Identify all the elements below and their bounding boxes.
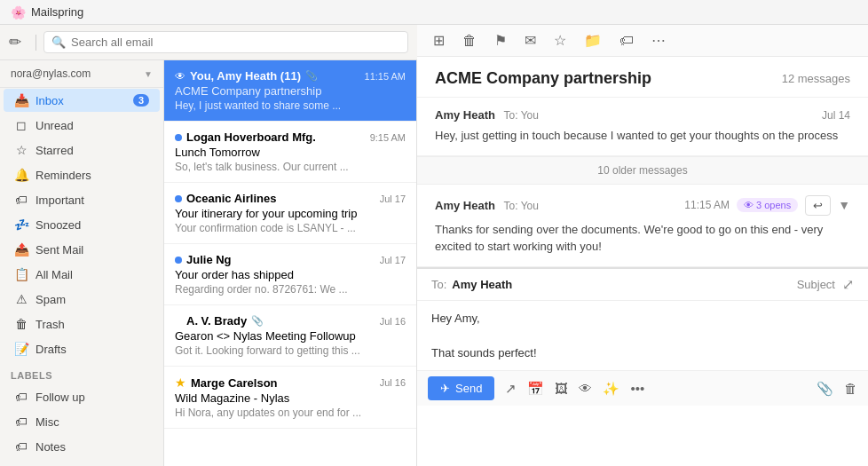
app-icon: 🌸 bbox=[11, 5, 26, 20]
sidebar-item-important[interactable]: 🏷 Important bbox=[4, 188, 160, 211]
compose-body[interactable]: Hey Amy,That sounds perfect! bbox=[417, 301, 868, 371]
email-item-3[interactable]: Oceanic Airlines Jul 17 Your itinerary f… bbox=[164, 183, 416, 244]
send-label: Send bbox=[455, 382, 482, 395]
email-sender-3: Oceanic Airlines bbox=[186, 192, 276, 205]
left-pane: ✏ 🔍 nora@nylas.com ▼ 📥 Inbox 3 bbox=[0, 25, 417, 466]
email-item-1[interactable]: 👁 You, Amy Heath (11) 📎 11:15 AM ACME Co… bbox=[164, 60, 416, 122]
email-subject-3: Your itinerary for your upcoming trip bbox=[175, 207, 406, 220]
compose-header: To: Amy Heath Subject ⤢ bbox=[417, 269, 868, 301]
send-button[interactable]: ✈ Send bbox=[428, 376, 494, 400]
unread-dot-3 bbox=[175, 195, 182, 202]
sidebar-item-sent[interactable]: 📤 Sent Mail bbox=[4, 238, 160, 261]
email-preview-2: So, let's talk business. Our current ... bbox=[175, 161, 406, 173]
all-mail-icon: 📋 bbox=[14, 267, 28, 281]
sidebar-item-outbox[interactable]: 🏷 Outbox bbox=[4, 460, 160, 466]
sidebar-label-inbox: Inbox bbox=[36, 94, 64, 107]
sidebar-label-important: Important bbox=[36, 194, 84, 207]
main-layout: ✏ 🔍 nora@nylas.com ▼ 📥 Inbox 3 bbox=[0, 25, 868, 466]
compose-more-button[interactable]: ••• bbox=[630, 381, 644, 396]
read-eye-icon: 👁 bbox=[175, 70, 185, 83]
sidebar-item-inbox[interactable]: 📥 Inbox 3 bbox=[4, 89, 160, 112]
compose-expand-button[interactable]: ⤢ bbox=[842, 276, 854, 293]
compose-calendar-button[interactable]: 📅 bbox=[527, 381, 544, 397]
sidebar-item-misc[interactable]: 🏷 Misc bbox=[4, 410, 160, 433]
email-date-4: Jul 17 bbox=[380, 255, 406, 265]
sidebar-label-starred: Starred bbox=[36, 144, 74, 157]
email-date-6: Jul 16 bbox=[380, 377, 406, 388]
email-subject-4: Your order has shipped bbox=[175, 268, 406, 281]
attachment-icon-1: 📎 bbox=[305, 70, 318, 82]
email-item-6[interactable]: ★ Marge Carelson Jul 16 Wild Magazine - … bbox=[164, 367, 416, 429]
thread-header: ACME Company partnership 12 messages bbox=[417, 57, 868, 98]
starred-icon: ☆ bbox=[14, 143, 28, 157]
more-button[interactable]: ⋯ bbox=[650, 30, 667, 51]
message-actions-2: 11:15 AM 👁 3 opens ↩ ▼ bbox=[684, 195, 850, 216]
compose-button[interactable]: ✏ bbox=[9, 33, 21, 51]
email-date-2: 9:15 AM bbox=[370, 132, 406, 143]
flag-button[interactable]: ⚑ bbox=[493, 30, 509, 51]
message-date-2: 11:15 AM bbox=[684, 199, 730, 211]
reply-button[interactable]: ↩ bbox=[805, 195, 831, 216]
expand-message-button[interactable]: ▼ bbox=[838, 198, 850, 212]
mark-read-button[interactable]: ✉ bbox=[523, 30, 538, 51]
email-date-3: Jul 17 bbox=[380, 194, 406, 204]
opens-count: 3 opens bbox=[756, 200, 791, 210]
sidebar-item-drafts[interactable]: 📝 Drafts bbox=[4, 337, 160, 360]
delete-button[interactable]: 🗑 bbox=[461, 31, 478, 51]
title-bar: 🌸 Mailspring bbox=[0, 0, 868, 25]
tag-button[interactable]: 🏷 bbox=[618, 31, 635, 51]
message-body-2: Thanks for sending over the documents. W… bbox=[435, 221, 850, 256]
email-detail-pane: ⊞ 🗑 ⚑ ✉ ☆ 📁 🏷 ⋯ ACME Company partnership… bbox=[417, 25, 868, 466]
compose-sparkle-button[interactable]: ✨ bbox=[603, 381, 619, 397]
sidebar: nora@nylas.com ▼ 📥 Inbox 3 ◻ Unread ☆ St… bbox=[0, 60, 164, 466]
email-item-5[interactable]: A. V. Brady 📎 Jul 16 Gearon <> Nylas Mee… bbox=[164, 305, 416, 367]
older-messages-divider[interactable]: 10 older messages bbox=[417, 156, 868, 185]
message-2: Amy Heath To: You 11:15 AM 👁 3 opens ↩ ▼… bbox=[417, 185, 868, 267]
sidebar-label-snoozed: Snoozed bbox=[36, 218, 81, 232]
sidebar-label-followup: Follow up bbox=[36, 391, 85, 404]
inbox-badge: 3 bbox=[133, 94, 149, 107]
email-preview-4: Regarding order no. 8726761: We ... bbox=[175, 283, 406, 296]
folder-button[interactable]: 📁 bbox=[582, 30, 604, 51]
account-header[interactable]: nora@nylas.com ▼ bbox=[0, 60, 163, 88]
sidebar-label-drafts: Drafts bbox=[36, 343, 67, 356]
drafts-icon: 📝 bbox=[14, 342, 28, 356]
search-bar[interactable]: 🔍 bbox=[43, 31, 408, 53]
email-preview-6: Hi Nora, any updates on your end for ... bbox=[175, 407, 406, 419]
compose-to-label: To: bbox=[431, 278, 446, 291]
sidebar-item-unread[interactable]: ◻ Unread bbox=[4, 114, 160, 137]
sidebar-item-all[interactable]: 📋 All Mail bbox=[4, 263, 160, 286]
left-content: nora@nylas.com ▼ 📥 Inbox 3 ◻ Unread ☆ St… bbox=[0, 60, 417, 466]
compose-emoji-button[interactable]: 👁 bbox=[579, 381, 592, 396]
sidebar-item-starred[interactable]: ☆ Starred bbox=[4, 138, 160, 162]
detail-content: ACME Company partnership 12 messages Amy… bbox=[417, 57, 868, 466]
reminders-icon: 🔔 bbox=[14, 168, 28, 182]
email-sender-4: Julie Ng bbox=[186, 253, 232, 266]
search-icon: 🔍 bbox=[51, 36, 66, 49]
message-date-1: Jul 14 bbox=[822, 109, 850, 122]
archive-button[interactable]: ⊞ bbox=[431, 30, 446, 51]
sidebar-item-reminders[interactable]: 🔔 Reminders bbox=[4, 163, 160, 186]
compose-image-button[interactable]: 🖼 bbox=[555, 381, 568, 396]
search-input[interactable] bbox=[71, 36, 400, 49]
compose-send-later-button[interactable]: ↗ bbox=[505, 381, 517, 397]
email-item-2[interactable]: Logan Hoverboard Mfg. 9:15 AM Lunch Tomo… bbox=[164, 122, 416, 183]
sidebar-item-notes[interactable]: 🏷 Notes bbox=[4, 435, 160, 458]
email-subject-2: Lunch Tomorrow bbox=[175, 146, 406, 159]
sidebar-item-snoozed[interactable]: 💤 Snoozed bbox=[4, 213, 160, 236]
thread-title: ACME Company partnership bbox=[435, 69, 651, 88]
inbox-icon: 📥 bbox=[14, 93, 28, 107]
email-item-4[interactable]: Julie Ng Jul 17 Your order has shipped R… bbox=[164, 244, 416, 305]
email-preview-5: Got it. Looking forward to getting this … bbox=[175, 344, 406, 357]
message-from-1: Amy Heath bbox=[435, 108, 495, 122]
sidebar-item-trash[interactable]: 🗑 Trash bbox=[4, 312, 160, 336]
email-date-5: Jul 16 bbox=[380, 316, 406, 327]
compose-attach-button[interactable]: 📎 bbox=[817, 381, 833, 397]
sidebar-label-misc: Misc bbox=[36, 415, 59, 429]
star-button[interactable]: ☆ bbox=[552, 30, 568, 51]
sidebar-item-spam[interactable]: ⚠ Spam bbox=[4, 288, 160, 311]
compose-to-value: Amy Heath bbox=[452, 278, 512, 291]
sidebar-item-followup[interactable]: 🏷 Follow up bbox=[4, 385, 160, 408]
email-subject-5: Gearon <> Nylas Meeting Followup bbox=[175, 329, 406, 343]
compose-discard-button[interactable]: 🗑 bbox=[844, 381, 857, 397]
